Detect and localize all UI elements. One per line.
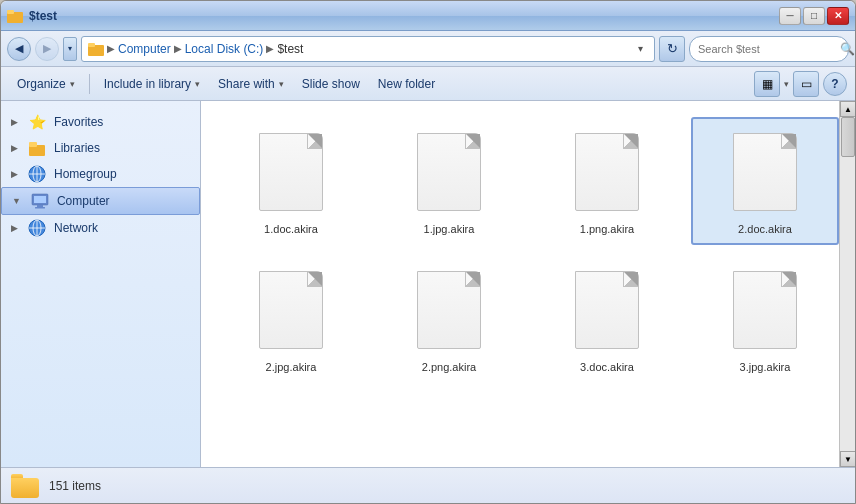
help-button[interactable]: ? [823,72,847,96]
breadcrumb-bar: ▶ Computer ▶ Local Disk (C:) ▶ $test ▾ [81,36,655,62]
search-input[interactable] [698,43,836,55]
libraries-expand-icon: ▶ [11,143,18,153]
scroll-thumb[interactable] [841,117,855,157]
breadcrumb-dropdown-button[interactable]: ▾ [632,41,648,57]
close-button[interactable]: ✕ [827,7,849,25]
scroll-up-button[interactable]: ▲ [840,101,855,117]
document-icon [417,271,481,349]
include-library-button[interactable]: Include in library ▾ [96,71,208,97]
file-item[interactable]: 2.jpg.akira [217,255,365,383]
view-dropdown-arrow[interactable]: ▾ [784,79,789,89]
share-chevron: ▾ [279,79,284,89]
svg-rect-3 [88,43,95,47]
favorites-label: Favorites [54,115,103,129]
back-button[interactable]: ◀ [7,37,31,61]
breadcrumb-computer[interactable]: Computer [118,42,171,56]
maximize-button[interactable]: □ [803,7,825,25]
file-item[interactable]: 3.jpg.akira [691,255,839,383]
document-icon [575,271,639,349]
document-icon [733,133,797,211]
document-icon [259,133,323,211]
sidebar-item-libraries[interactable]: ▶ Libraries [1,135,200,161]
libraries-label: Libraries [54,141,100,155]
file-item[interactable]: 1.png.akira [533,117,681,245]
document-icon [575,133,639,211]
title-bar-left: $test [7,8,57,24]
file-item[interactable]: 1.doc.akira [217,117,365,245]
file-label: 3.jpg.akira [740,361,791,373]
svg-rect-11 [34,196,46,203]
sidebar: ▶ ⭐ Favorites ▶ Libraries ▶ [1,101,201,467]
folder-icon [7,8,23,24]
address-bar: ◀ ▶ ▾ ▶ Computer ▶ Local Disk (C:) ▶ $te… [1,31,855,67]
sidebar-item-network[interactable]: ▶ Network [1,215,200,241]
slideshow-button[interactable]: Slide show [294,71,368,97]
sidebar-item-computer[interactable]: ▼ Computer [1,187,200,215]
file-icon-wrapper [251,265,331,355]
breadcrumb-sep-1: ▶ [107,43,115,54]
file-label: 1.png.akira [580,223,634,235]
view-options-button[interactable]: ▦ [754,71,780,97]
file-label: 3.doc.akira [580,361,634,373]
file-label: 2.doc.akira [738,223,792,235]
file-item[interactable]: 2.png.akira [375,255,523,383]
toolbar: Organize ▾ Include in library ▾ Share wi… [1,67,855,101]
search-icon: 🔍 [840,42,855,56]
sidebar-item-favorites[interactable]: ▶ ⭐ Favorites [1,109,200,135]
sidebar-section: ▶ ⭐ Favorites ▶ Libraries ▶ [1,109,200,241]
status-folder-icon [11,474,39,498]
folder-shape [11,478,39,498]
svg-rect-5 [29,142,37,147]
refresh-button[interactable]: ↻ [659,36,685,62]
file-item[interactable]: 1.jpg.akira [375,117,523,245]
svg-rect-1 [7,10,14,14]
status-item-count: 151 items [49,479,101,493]
title-bar-buttons: ─ □ ✕ [779,7,849,25]
breadcrumb-localdisk[interactable]: Local Disk (C:) [185,42,264,56]
search-box: 🔍 [689,36,849,62]
recent-locations-button[interactable]: ▾ [63,37,77,61]
file-item[interactable]: 3.doc.akira [533,255,681,383]
computer-icon [31,192,49,210]
network-icon [28,219,46,237]
new-folder-button[interactable]: New folder [370,71,443,97]
file-label: 1.doc.akira [264,223,318,235]
homegroup-label: Homegroup [54,167,117,181]
window-title: $test [29,9,57,23]
forward-button[interactable]: ▶ [35,37,59,61]
file-icon-wrapper [409,127,489,217]
toolbar-right: ▦ ▾ ▭ ? [754,71,847,97]
scroll-down-button[interactable]: ▼ [840,451,855,467]
sidebar-item-homegroup[interactable]: ▶ Homegroup [1,161,200,187]
organize-button[interactable]: Organize ▾ [9,71,83,97]
homegroup-expand-icon: ▶ [11,169,18,179]
minimize-button[interactable]: ─ [779,7,801,25]
hide-preview-button[interactable]: ▭ [793,71,819,97]
scrollbar[interactable]: ▲ ▼ [839,101,855,467]
favorites-icon: ⭐ [28,113,46,131]
include-chevron: ▾ [195,79,200,89]
share-with-button[interactable]: Share with ▾ [210,71,292,97]
title-bar: $test ─ □ ✕ [1,1,855,31]
file-label: 1.jpg.akira [424,223,475,235]
status-bar: 151 items [1,467,855,503]
folder-breadcrumb-icon [88,41,104,57]
file-item[interactable]: 2.doc.akira [691,117,839,245]
breadcrumb-sep-2: ▶ [174,43,182,54]
svg-rect-13 [35,207,45,209]
file-label: 2.png.akira [422,361,476,373]
file-icon-wrapper [725,265,805,355]
computer-expand-icon: ▼ [12,196,21,206]
favorites-expand-icon: ▶ [11,117,18,127]
document-icon [733,271,797,349]
file-icon-wrapper [251,127,331,217]
computer-label: Computer [57,194,110,208]
svg-rect-12 [37,205,43,207]
network-label: Network [54,221,98,235]
main-content: ▶ ⭐ Favorites ▶ Libraries ▶ [1,101,855,467]
explorer-window: $test ─ □ ✕ ◀ ▶ ▾ ▶ Computer ▶ Local Dis… [0,0,856,504]
breadcrumb-sep-3: ▶ [266,43,274,54]
file-icon-wrapper [725,127,805,217]
file-grid: 1.doc.akira 1.jpg.akira 1.png.akira 2.do… [201,101,855,467]
breadcrumb-current: $test [277,42,303,56]
